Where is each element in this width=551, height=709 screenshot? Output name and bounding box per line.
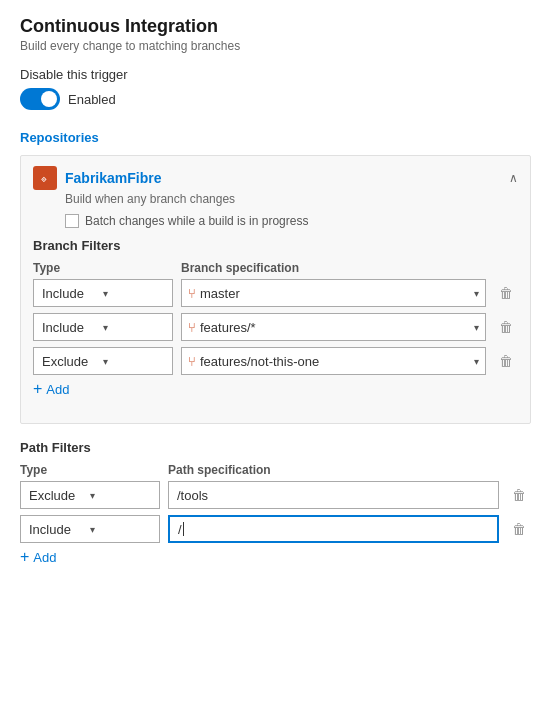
path-type-select-1[interactable]: Include ▾ — [20, 515, 160, 543]
path-delete-0[interactable]: 🗑 — [507, 483, 531, 507]
batch-checkbox[interactable] — [65, 214, 79, 228]
branch-spec-field-1[interactable]: ⑂ features/* ▾ — [181, 313, 486, 341]
repo-description: Build when any branch changes — [65, 192, 518, 206]
disable-trigger-label: Disable this trigger — [20, 67, 531, 82]
repo-block: ⟐ FabrikamFibre ∧ Build when any branch … — [20, 155, 531, 424]
text-cursor — [183, 522, 184, 536]
branch-spec-arrow-1: ▾ — [474, 322, 479, 333]
branch-filters-title: Branch Filters — [33, 238, 518, 253]
branch-add-plus-icon: + — [33, 381, 42, 397]
branch-spec-field-0[interactable]: ⑂ master ▾ — [181, 279, 486, 307]
branch-icon-1: ⑂ — [188, 320, 196, 335]
path-type-col-header: Type — [20, 463, 160, 477]
path-spec-field-0[interactable]: /tools — [168, 481, 499, 509]
repo-icon: ⟐ — [33, 166, 57, 190]
branch-type-arrow-1: ▾ — [103, 322, 164, 333]
page-title: Continuous Integration — [20, 16, 531, 37]
path-spec-value-0: /tools — [177, 488, 208, 503]
branch-spec-arrow-2: ▾ — [474, 356, 479, 367]
branch-type-arrow-0: ▾ — [103, 288, 164, 299]
branch-add-label: Add — [46, 382, 69, 397]
branch-spec-arrow-0: ▾ — [474, 288, 479, 299]
path-delete-1[interactable]: 🗑 — [507, 517, 531, 541]
repositories-section-title: Repositories — [20, 130, 531, 145]
path-spec-value-1: / — [178, 522, 182, 537]
path-add-button[interactable]: + Add — [20, 549, 531, 565]
path-add-label: Add — [33, 550, 56, 565]
repo-collapse-chevron[interactable]: ∧ — [509, 171, 518, 185]
path-type-arrow-0: ▾ — [90, 490, 151, 501]
path-type-arrow-1: ▾ — [90, 524, 151, 535]
path-add-plus-icon: + — [20, 549, 29, 565]
branch-type-col-header: Type — [33, 261, 173, 275]
branch-type-arrow-2: ▾ — [103, 356, 164, 367]
branch-spec-value-0: master — [200, 286, 457, 301]
path-spec-field-1[interactable]: / — [168, 515, 499, 543]
branch-filter-row-2: Exclude ▾ ⑂ features/not-this-one ▾ 🗑 — [33, 347, 518, 375]
branch-spec-field-2[interactable]: ⑂ features/not-this-one ▾ — [181, 347, 486, 375]
branch-add-button[interactable]: + Add — [33, 381, 518, 397]
branch-icon-2: ⑂ — [188, 354, 196, 369]
branch-type-select-2[interactable]: Exclude ▾ — [33, 347, 173, 375]
path-filter-row-1: Include ▾ / 🗑 — [20, 515, 531, 543]
branch-filter-row-0: Include ▾ ⑂ master ▾ 🗑 — [33, 279, 518, 307]
path-type-select-0[interactable]: Exclude ▾ — [20, 481, 160, 509]
batch-label: Batch changes while a build is in progre… — [85, 214, 308, 228]
branch-spec-col-header: Branch specification — [181, 261, 518, 275]
branch-icon-0: ⑂ — [188, 286, 196, 301]
branch-delete-1[interactable]: 🗑 — [494, 315, 518, 339]
branch-filter-row-1: Include ▾ ⑂ features/* ▾ 🗑 — [33, 313, 518, 341]
toggle-state-label: Enabled — [68, 92, 116, 107]
repo-name[interactable]: FabrikamFibre — [65, 170, 501, 186]
page-subtitle: Build every change to matching branches — [20, 39, 531, 53]
branch-type-select-0[interactable]: Include ▾ — [33, 279, 173, 307]
branch-delete-0[interactable]: 🗑 — [494, 281, 518, 305]
enable-toggle[interactable] — [20, 88, 60, 110]
branch-spec-value-1: features/* — [200, 320, 457, 335]
path-filters-title: Path Filters — [20, 440, 531, 455]
path-filter-row-0: Exclude ▾ /tools 🗑 — [20, 481, 531, 509]
branch-type-select-1[interactable]: Include ▾ — [33, 313, 173, 341]
path-spec-col-header: Path specification — [168, 463, 531, 477]
branch-delete-2[interactable]: 🗑 — [494, 349, 518, 373]
branch-spec-value-2: features/not-this-one — [200, 354, 457, 369]
